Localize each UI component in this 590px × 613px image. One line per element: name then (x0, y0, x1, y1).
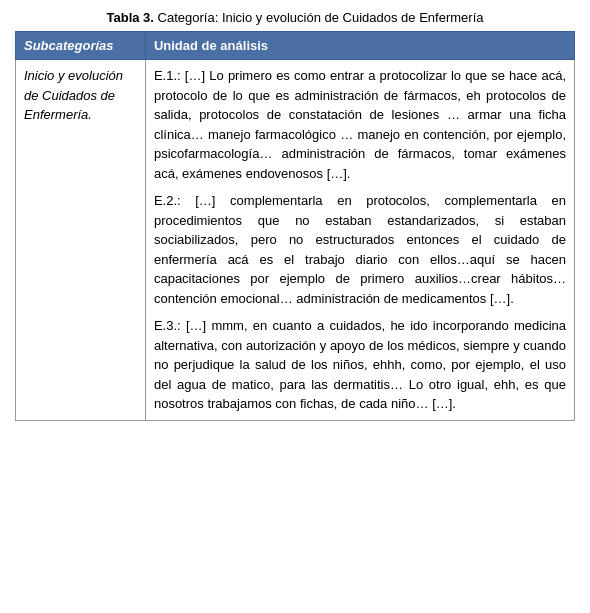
caption-bold: Tabla 3. (107, 10, 154, 25)
caption-regular: Categoría: Inicio y evolución de Cuidado… (154, 10, 484, 25)
table-row: Inicio y evolución de Cuidados de Enferm… (16, 60, 575, 421)
subcategory-cell: Inicio y evolución de Cuidados de Enferm… (16, 60, 146, 421)
paragraph-0-0: E.1.: […] Lo primero es como entrar a pr… (154, 66, 566, 183)
paragraph-0-1: E.2.: […] complementarla en protocolos, … (154, 191, 566, 308)
table-caption: Tabla 3. Categoría: Inicio y evolución d… (15, 10, 575, 25)
paragraph-0-2: E.3.: […] mmm, en cuanto a cuidados, he … (154, 316, 566, 414)
header-analysis: Unidad de análisis (145, 32, 574, 60)
header-subcategory: Subcategorías (16, 32, 146, 60)
main-table: Subcategorías Unidad de análisis Inicio … (15, 31, 575, 421)
analysis-cell: E.1.: […] Lo primero es como entrar a pr… (145, 60, 574, 421)
